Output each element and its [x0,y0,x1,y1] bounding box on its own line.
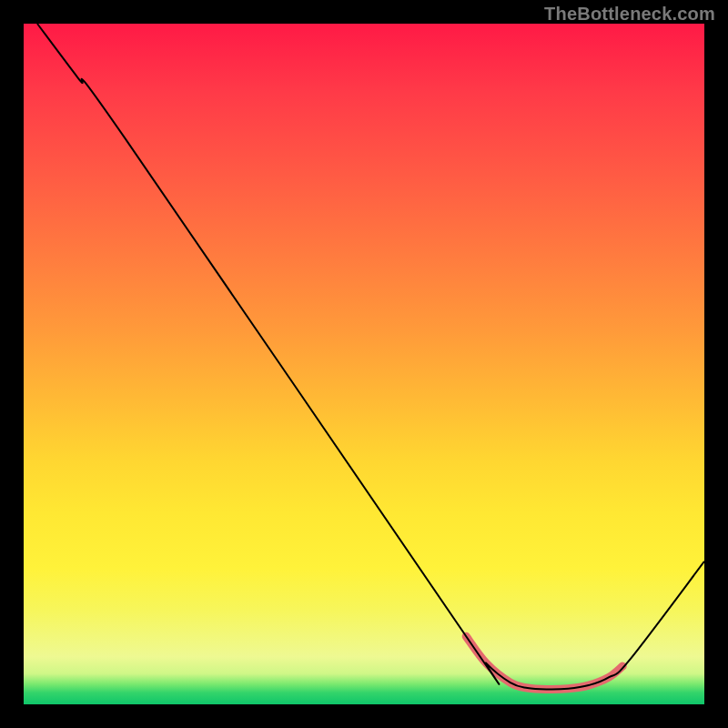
plot-area [24,24,704,704]
watermark-text: TheBottleneck.com [544,4,715,25]
chart-svg [24,24,704,704]
chart-stage: TheBottleneck.com [0,0,728,728]
curve-path [37,24,704,690]
